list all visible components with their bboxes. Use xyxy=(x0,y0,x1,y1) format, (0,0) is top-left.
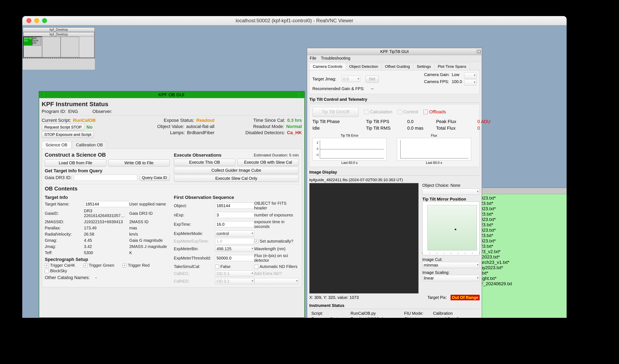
terminal-window[interactable]: 023.txt*23.txt*023.txt* 23.txt*023.txt*2… xyxy=(478,188,567,318)
tiptilt-onoff-button[interactable]: Tip Tilt On/Off xyxy=(312,107,359,117)
plot-flux-xlabel: Last 60.0 s xyxy=(397,161,471,165)
takesimulcal-checkbox[interactable]: False xyxy=(215,264,254,269)
object-value-label: Object Value: xyxy=(157,124,184,129)
tab-science-ob[interactable]: Science OB xyxy=(42,141,71,149)
nexp-input[interactable] xyxy=(215,212,254,218)
desktop-pager[interactable]: kpf_Desktop kpf_Desktop KPF OBGUI KPFTip… xyxy=(23,27,95,70)
target-name-input[interactable] xyxy=(84,201,129,207)
mac-titlebar: localhost:50002 (kpf-kpf1-control0) - Re… xyxy=(22,16,567,25)
tab-calibration-ob[interactable]: Calibration OB xyxy=(72,141,107,149)
set-button: Set xyxy=(366,75,379,83)
expmeterthreshold-input[interactable] xyxy=(215,255,254,261)
execute-slew-only-button[interactable]: Execute Slew Cal Only xyxy=(174,175,299,182)
image-scaling-select[interactable]: linear xyxy=(422,275,480,281)
tab-object-detection[interactable]: Object Detection xyxy=(346,63,382,70)
tiptilt-fps-value: 0.0 xyxy=(407,119,436,124)
fiu-mode-value: Calibration xyxy=(433,311,478,316)
tab-plot-time-spans[interactable]: Plot Time Spans xyxy=(434,63,470,70)
svg-text:−2: −2 xyxy=(315,153,319,156)
image-display-heading: Image Display xyxy=(309,170,480,175)
trigger-red-checkbox[interactable]: ✓Trigger Red xyxy=(123,263,150,268)
window-maximize-icon[interactable] xyxy=(476,49,482,54)
plot-flux xyxy=(397,138,471,161)
svg-text:2: 2 xyxy=(317,141,318,144)
tiptilt-rms-label: Tip Tilt RMS xyxy=(366,126,407,131)
image-scaling-label: Image Scaling: xyxy=(422,270,480,275)
jmag-value: 3.42 xyxy=(84,244,129,249)
tab-camera-controls[interactable]: Camera Controls xyxy=(309,63,346,70)
menu-file[interactable]: File xyxy=(310,56,316,61)
teff-value: 5300 xyxy=(84,251,129,255)
kpf-tiptilt-window[interactable]: KPF TipTilt GUI File Troubleshooting Cam… xyxy=(307,48,482,318)
program-id-value: ENG xyxy=(68,109,78,114)
plot-tiptilt-error: 20−2 xyxy=(312,138,387,161)
load-ob-button[interactable]: Load OB from File xyxy=(45,159,106,167)
window-menu-icon[interactable] xyxy=(39,92,44,97)
gaia-id-input[interactable] xyxy=(74,175,137,181)
window-title: KPF OB GUI xyxy=(44,92,299,98)
terminal-body[interactable]: 023.txt*23.txt*023.txt* 23.txt*023.txt*2… xyxy=(478,194,567,318)
exptime-input[interactable] xyxy=(215,221,254,227)
auto-nd-checkbox[interactable]: Automatic ND Filters xyxy=(254,264,299,269)
blocksky-checkbox[interactable]: BlockSky xyxy=(45,268,67,273)
pager-workspace-2[interactable] xyxy=(42,37,61,57)
readout-mode-value: Normal xyxy=(286,124,302,129)
trigger-green-checkbox[interactable]: ✓Trigger Green xyxy=(84,263,114,268)
camera-gain-label: Camera Gain: xyxy=(424,72,450,79)
request-script-stop-button[interactable]: Request Script STOP xyxy=(42,124,84,130)
window-maximize-icon[interactable] xyxy=(299,92,304,98)
tiptilt-rms-value: 0.0 mas xyxy=(407,126,436,131)
lamps-label: Lamps: xyxy=(170,130,185,135)
target-jmag-label: Target Jmag: xyxy=(312,77,336,81)
gaiaid-value: DR3 2261614264931057… xyxy=(84,209,129,218)
remote-desktop[interactable]: kpf_Desktop kpf_Desktop KPF OBGUI KPFTip… xyxy=(22,25,567,318)
tab-settings[interactable]: Settings xyxy=(413,63,435,70)
image-cut-select[interactable]: minmax xyxy=(422,262,480,268)
vnc-window: localhost:50002 (kpf-kpf1-control0) - Re… xyxy=(22,16,567,318)
expose-status-value: Readout xyxy=(196,118,214,123)
script-value: RunCalOB.py xyxy=(351,311,404,316)
camera-gain-select[interactable] xyxy=(464,72,477,79)
expose-status-label: Expose Status: xyxy=(164,118,194,123)
mirror-position-plot xyxy=(422,202,480,255)
collect-guider-button[interactable]: Collect Guider Image Cube xyxy=(174,167,299,174)
pager-title: kpf_Desktop xyxy=(23,28,94,32)
script-label: Script: xyxy=(311,311,351,316)
mirror-position-heading: Tip Tilt Mirror Position xyxy=(422,197,480,202)
object-input[interactable] xyxy=(215,203,254,209)
camera-fps-select[interactable] xyxy=(464,79,477,85)
exposure-status-label: Exposure Status: xyxy=(311,317,351,318)
stop-exposure-button[interactable]: STOP Exposure and Script xyxy=(42,131,94,138)
page-title: KPF Instrument Status xyxy=(42,101,302,108)
menu-troubleshooting[interactable]: Troubleshooting xyxy=(321,56,350,61)
stop-flag-value: No xyxy=(86,125,92,130)
guider-image-view[interactable] xyxy=(309,183,419,294)
object-choice-select[interactable] xyxy=(422,189,480,195)
query-gaia-button[interactable]: Query Gaia ID xyxy=(139,174,170,181)
pager-workspace-1[interactable]: KPF OBGUI KPFTipTiltGUI xyxy=(24,37,42,57)
execute-heading: Execute Observations xyxy=(174,153,222,158)
instrument-status-heading: Instrument Status xyxy=(309,303,480,308)
window-title: KPF TipTilt GUI xyxy=(313,49,476,54)
program-id-label: Program ID: xyxy=(42,109,66,114)
object-choice-value: None xyxy=(450,183,460,188)
expmeterbin-select[interactable]: 498.125 xyxy=(215,246,254,252)
window-menu-icon[interactable] xyxy=(307,49,313,54)
tab-offset-guiding[interactable]: Offset Guiding xyxy=(381,63,413,70)
disabled-detectors-label: Disabled Detectors: xyxy=(245,130,285,135)
mirror-dot-icon xyxy=(455,229,456,230)
plot-tiptilt-error-title: Tip Tilt Error xyxy=(312,134,387,138)
mac-window-title: localhost:50002 (kpf-kpf1-control0) - Re… xyxy=(22,18,567,24)
recommended-value: -- xyxy=(371,86,373,91)
expmetermode-select[interactable]: control xyxy=(215,230,254,237)
kpf-ob-gui-window[interactable]: KPF OB GUI KPF Instrument Status Program… xyxy=(39,91,305,318)
target-name-label: Target Name: xyxy=(45,202,84,207)
execute-this-ob-button[interactable]: Execute This OB xyxy=(174,159,235,166)
pager-workspace-3[interactable] xyxy=(61,37,79,57)
peak-flux-label: Peak Flux xyxy=(436,119,477,124)
execute-ob-slew-button[interactable]: Execute OB with Slew Cal xyxy=(237,159,299,166)
calnd2-extra-select xyxy=(254,278,299,284)
set-automatically-checkbox[interactable]: ✓Set automatically? xyxy=(254,239,299,244)
trigger-cahk-checkbox[interactable]: ✓Trigger CaHK xyxy=(45,263,75,268)
write-ob-button[interactable]: Write OB to File xyxy=(108,159,170,167)
